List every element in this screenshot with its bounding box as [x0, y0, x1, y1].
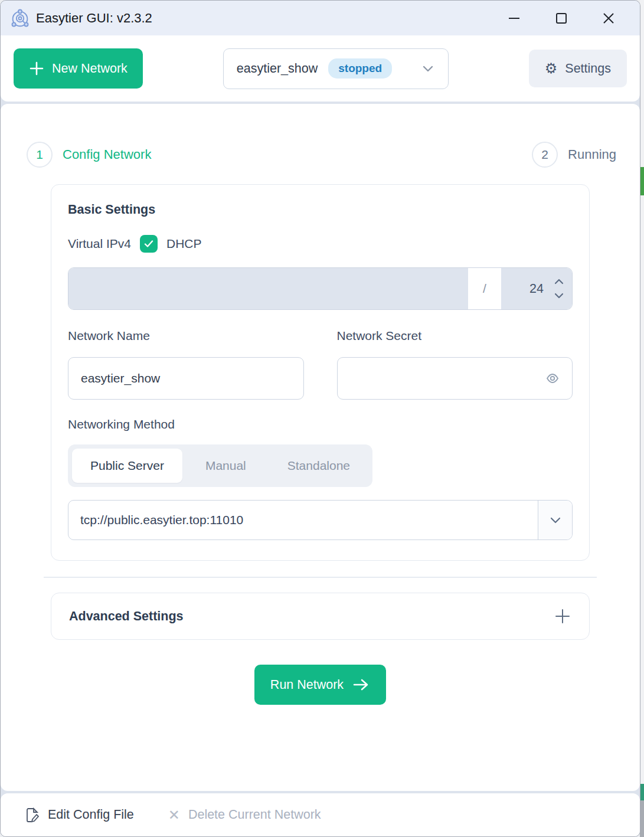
delete-current-network-label: Delete Current Network	[188, 807, 321, 822]
prefix-separator: /	[468, 268, 501, 309]
network-selector-value: easytier_show	[237, 61, 318, 76]
footer: Edit Config File ✕ Delete Current Networ…	[1, 793, 640, 836]
chevron-down-icon[interactable]	[554, 293, 564, 299]
prefix-length-value: 24	[529, 282, 544, 296]
step-running: 2 Running	[532, 142, 616, 168]
advanced-settings-card[interactable]: Advanced Settings	[51, 593, 590, 640]
close-icon[interactable]	[594, 5, 623, 31]
run-network-label: Run Network	[270, 678, 344, 692]
app-logo-icon	[9, 7, 31, 30]
select-trigger[interactable]	[538, 501, 572, 540]
basic-settings-card: Basic Settings Virtual IPv4 DHCP / 24	[51, 184, 590, 561]
new-network-label: New Network	[52, 61, 128, 76]
advanced-settings-title: Advanced Settings	[69, 609, 184, 624]
public-server-select[interactable]: tcp://public.easytier.top:11010	[68, 500, 573, 540]
chevron-down-icon	[421, 61, 435, 76]
run-network-button[interactable]: Run Network	[254, 665, 386, 705]
minimize-icon[interactable]	[499, 5, 529, 31]
background-window-edge	[640, 0, 644, 837]
section-divider	[44, 577, 597, 578]
tab-standalone[interactable]: Standalone	[269, 449, 368, 483]
network-selector[interactable]: easytier_show stopped	[223, 48, 449, 89]
arrow-right-icon	[352, 678, 370, 692]
tab-manual[interactable]: Manual	[187, 449, 264, 483]
virtual-ipv4-row: Virtual IPv4 DHCP	[68, 235, 573, 253]
window-title: Easytier GUI: v2.3.2	[36, 11, 152, 26]
network-secret-input[interactable]	[337, 357, 573, 400]
window-controls	[499, 5, 640, 31]
network-name-input[interactable]: easytier_show	[68, 357, 304, 400]
main-panel: 1 Config Network 2 Running Basic Setting…	[1, 104, 640, 791]
network-name-field-group: Network Name easytier_show	[68, 329, 304, 400]
network-name-value: easytier_show	[81, 371, 160, 385]
step-config-network: 1 Config Network	[27, 142, 151, 168]
settings-button[interactable]: ⚙ Settings	[529, 50, 627, 87]
public-server-value: tcp://public.easytier.top:11010	[68, 501, 538, 540]
dhcp-label: DHCP	[166, 237, 202, 251]
network-secret-field-group: Network Secret	[337, 329, 573, 400]
edit-config-file-button[interactable]: Edit Config File	[25, 807, 134, 823]
name-secret-grid: Network Name easytier_show Network Secre…	[68, 329, 573, 400]
chevron-up-icon[interactable]	[554, 279, 564, 285]
background-window-gray-segment	[640, 800, 644, 837]
file-pen-icon	[25, 807, 40, 823]
run-button-row: Run Network	[1, 665, 640, 705]
step-number: 2	[532, 142, 558, 168]
virtual-ipv4-label: Virtual IPv4	[68, 237, 131, 251]
titlebar: Easytier GUI: v2.3.2	[1, 1, 640, 35]
edit-config-file-label: Edit Config File	[48, 807, 134, 822]
networking-method-label: Networking Method	[68, 417, 573, 431]
dhcp-checkbox[interactable]	[140, 235, 158, 253]
delete-current-network-button[interactable]: ✕ Delete Current Network	[168, 807, 321, 822]
step-label: Config Network	[63, 147, 151, 162]
app-window: Easytier GUI: v2.3.2 New Network easytie…	[0, 0, 640, 837]
x-icon: ✕	[168, 808, 180, 822]
step-label: Running	[568, 147, 616, 162]
expand-plus-icon[interactable]	[554, 607, 571, 625]
eye-icon[interactable]	[545, 371, 560, 385]
settings-label: Settings	[565, 61, 611, 76]
maximize-icon[interactable]	[547, 5, 576, 31]
virtual-ipv4-input-group: / 24	[68, 267, 573, 310]
plus-icon	[29, 61, 44, 76]
network-secret-label: Network Secret	[337, 329, 573, 343]
gear-icon: ⚙	[545, 61, 558, 76]
new-network-button[interactable]: New Network	[14, 48, 143, 89]
step-indicator: 1 Config Network 2 Running	[1, 104, 640, 168]
network-name-label: Network Name	[68, 329, 304, 343]
background-window-teal-segment	[640, 784, 644, 800]
tab-public-server[interactable]: Public Server	[72, 449, 182, 483]
stepper-arrows	[554, 268, 564, 309]
step-number: 1	[27, 142, 53, 168]
toolbar: New Network easytier_show stopped ⚙ Sett…	[1, 35, 640, 102]
check-icon	[143, 238, 154, 249]
status-badge: stopped	[328, 58, 392, 79]
networking-method-tabs: Public Server Manual Standalone	[68, 444, 372, 487]
virtual-ipv4-input[interactable]	[68, 268, 468, 309]
chevron-down-icon	[548, 513, 563, 527]
basic-settings-title: Basic Settings	[68, 202, 573, 217]
prefix-length-stepper[interactable]: 24	[501, 268, 572, 309]
background-window-green-segment	[640, 167, 644, 195]
